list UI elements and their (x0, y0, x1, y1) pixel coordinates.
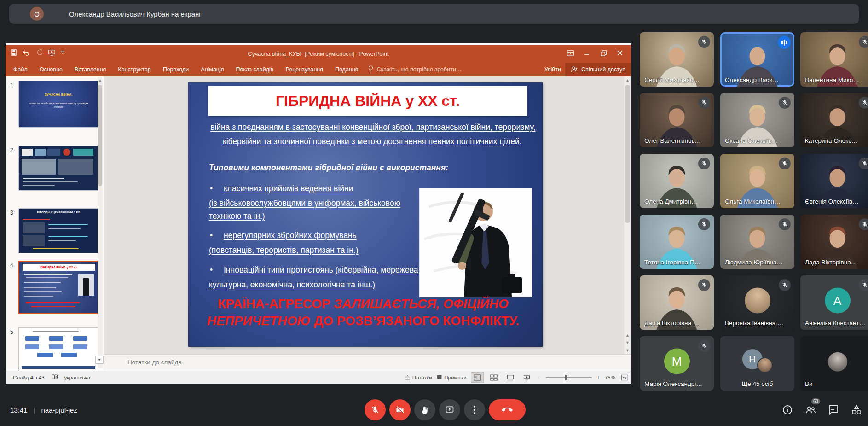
mic-muted-icon (698, 158, 710, 169)
editor-scrollbar[interactable]: ▲ ▲ ▼ ▼ (624, 76, 631, 354)
participant-tile[interactable]: Валентина Мико… (800, 32, 868, 87)
powerpoint-window: Сучасна війна_КУБГ [Режим сумісності] - … (6, 43, 631, 383)
scroll-up-arrow[interactable]: ▲ (624, 78, 631, 82)
share-button[interactable]: Спільний доступ (565, 63, 631, 76)
tab-slideshow[interactable]: Показ слайдів (230, 63, 280, 76)
more-options-button[interactable] (464, 399, 485, 420)
language-indicator[interactable]: українська (64, 375, 91, 380)
current-slide[interactable]: ГІБРИДНА ВІЙНА у ХХ ст. війна з поєднанн… (188, 82, 543, 347)
undo-icon[interactable] (22, 49, 31, 56)
collapse-notes-icon[interactable]: ▼ (95, 356, 104, 364)
notes-toggle[interactable]: Нотатки (405, 375, 432, 380)
minimize-icon[interactable] (579, 47, 595, 59)
end-call-button[interactable] (489, 399, 526, 420)
fit-to-window-icon[interactable] (620, 373, 629, 382)
raise-hand-button[interactable] (414, 399, 435, 420)
slideshow-view-icon[interactable] (521, 373, 533, 382)
thumbnail-scrollbar[interactable]: ▲ (98, 77, 103, 368)
meet-window: О Олександр Васильович Курбан на екрані (0, 0, 868, 426)
slide-thumb-5[interactable] (18, 327, 98, 371)
close-icon[interactable] (612, 47, 628, 59)
participant-tile[interactable]: Дар'я Вікторівна … (640, 275, 714, 330)
participant-name: Олександр Васи… (725, 76, 779, 83)
slide-sorter-view-icon[interactable] (488, 373, 500, 382)
tell-me-box[interactable]: Скажіть, що потрібно зробити… (368, 65, 462, 74)
slide-bullet-2: •нерегулярних збройних формувань (224, 231, 357, 240)
participant-tile[interactable]: Оксана Олексіїв… (720, 93, 794, 147)
chat-button[interactable] (827, 404, 839, 416)
normal-view-icon[interactable] (471, 373, 483, 382)
customize-qat-icon[interactable] (60, 49, 65, 56)
next-slide-arrow[interactable]: ▼ (624, 340, 631, 345)
participant-tile[interactable]: ММарія Олександрі… (640, 336, 714, 391)
tab-review[interactable]: Рецензування (279, 63, 329, 76)
participant-tile[interactable]: Сергій Миколайо… (640, 32, 714, 87)
activities-button[interactable] (851, 404, 862, 416)
participant-tile[interactable]: Лада Вікторівна… (800, 215, 868, 269)
tab-view[interactable]: Подання (329, 63, 364, 76)
slide-thumb-1[interactable]: СУЧАСНА ВІЙНА: шляхи та засоби персональ… (18, 81, 98, 128)
comments-toggle[interactable]: Примітки (436, 374, 466, 380)
participant-tile[interactable]: Ви (800, 336, 868, 391)
slide-title-banner: ГІБРИДНА ВІЙНА у ХХ ст. (208, 86, 527, 116)
slide-footer-warning: КРАЇНА-АГРЕСОР ЗАЛИШАЄТЬСЯ, ОФІЦІЙНО НЕП… (207, 295, 520, 329)
ribbon-display-options-icon[interactable] (562, 47, 579, 59)
participant-tile[interactable]: ААнжеліка Констант… (800, 275, 868, 330)
tab-insert[interactable]: Вставлення (69, 63, 112, 76)
slide-thumb-2[interactable] (18, 146, 98, 191)
participant-tile[interactable]: Людмила Юріївна… (720, 215, 794, 269)
notes-pane[interactable]: ▼ Нотатки до слайда (104, 354, 631, 371)
scroll-down-arrow[interactable]: ▼ (624, 348, 631, 353)
slide-bullet-2-detail: (повстанців, терористів, партизан та ін.… (209, 244, 418, 257)
participant-tile[interactable]: Олег Валентинов… (640, 93, 714, 147)
previous-slide-arrow[interactable]: ▲ (624, 333, 631, 338)
save-icon[interactable] (10, 49, 17, 56)
mic-muted-icon (779, 279, 791, 291)
participant-tile[interactable]: Олександр Васи… (720, 32, 794, 87)
participant-tile[interactable]: Катерина Олекс… (800, 93, 868, 147)
slide-bullet-1-detail: (із військовослужбовцями в уніформах, ві… (209, 197, 418, 222)
slide-thumb-4-selected[interactable]: ГІБРИДНА ВІЙНА у ХХ ст. (18, 261, 99, 314)
participant-tile[interactable]: Вероніка Іванівна … (720, 275, 794, 330)
zoom-in-button[interactable]: + (596, 374, 600, 381)
slide-number: 2 (10, 147, 13, 153)
participant-name: Євгенія Олексіїв… (805, 198, 859, 205)
zoom-out-button[interactable]: − (538, 374, 541, 381)
zoom-slider-handle[interactable] (565, 375, 567, 380)
mic-muted-icon (859, 279, 868, 291)
tab-home[interactable]: Основне (34, 63, 69, 76)
camera-off-button[interactable] (389, 399, 411, 420)
participant-name: Валентина Мико… (805, 76, 859, 83)
zoom-slider[interactable] (546, 377, 592, 378)
scrollbar-thumb[interactable] (625, 85, 630, 223)
tab-file[interactable]: Файл (7, 63, 34, 76)
participants-button[interactable]: 63 (804, 404, 816, 416)
participant-tile[interactable]: Тетяна Ігорівна П… (640, 215, 714, 269)
meeting-details-button[interactable] (781, 404, 793, 416)
reading-view-icon[interactable] (504, 373, 516, 382)
mic-off-button[interactable] (365, 399, 386, 420)
slide-number: 5 (10, 329, 13, 335)
participant-tile[interactable]: Олена Дмитрівн… (640, 154, 714, 208)
tab-animations[interactable]: Анімація (195, 63, 230, 76)
sign-in-button[interactable]: Увійти (544, 63, 561, 76)
scroll-up-arrow[interactable]: ▲ (98, 77, 103, 84)
spellcheck-icon[interactable] (51, 374, 58, 381)
tab-transitions[interactable]: Переходи (157, 63, 195, 76)
redo-icon[interactable] (36, 49, 43, 56)
scrollbar-thumb[interactable] (98, 85, 102, 186)
participant-name: Ще 45 осіб (720, 380, 794, 387)
quick-access-toolbar (10, 49, 65, 56)
slide-thumb-3[interactable]: ВІРОГІДНІ СЦЕНАРІЇ ВІЙНИ З РФ (18, 208, 98, 253)
restore-icon[interactable] (595, 47, 612, 59)
participant-tile[interactable]: НЩе 45 осіб (720, 336, 794, 391)
participant-tile[interactable]: Ольга Миколаївн… (720, 154, 794, 208)
zoom-level[interactable]: 75% (605, 375, 615, 380)
present-screen-button[interactable] (439, 399, 460, 420)
start-slideshow-icon[interactable] (48, 49, 56, 56)
slide-bullet-3: •Інноваційні типи протистоянь (кібервійн… (224, 265, 420, 275)
mic-muted-icon (698, 279, 710, 291)
tab-design[interactable]: Конструктор (112, 63, 156, 76)
participant-tile[interactable]: Євгенія Олексіїв… (800, 154, 868, 208)
overflow-avatars: Н (742, 349, 773, 373)
